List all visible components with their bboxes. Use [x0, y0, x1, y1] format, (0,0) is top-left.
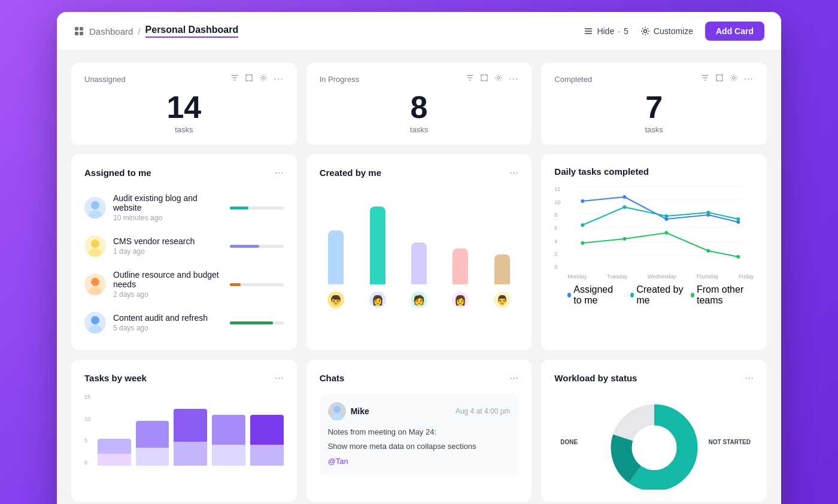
week-bar-3 [212, 394, 245, 466]
y-label-4: 4 [554, 238, 560, 244]
created-menu-button[interactable]: ··· [509, 166, 518, 179]
avatar-0: 👦 [326, 290, 345, 309]
breadcrumb-current: Personal Dashboard [145, 25, 239, 38]
bar-4 [494, 254, 510, 284]
task-avatar-0 [84, 197, 106, 218]
bar-col-1: 👩 [361, 207, 394, 309]
svg-point-39 [707, 249, 711, 253]
chat-line1: Notes from meeting on May 24: [328, 426, 511, 438]
completed-card: Completed ··· 7 ta [541, 63, 767, 145]
chat-user: Mike [328, 402, 369, 420]
assigned-menu-button[interactable]: ··· [275, 166, 284, 179]
x-thu: Thursday [696, 274, 719, 280]
unassigned-sublabel: tasks [84, 125, 284, 134]
svg-rect-0 [75, 27, 78, 31]
legend-created: Created by me [630, 284, 684, 306]
task-avatar-1 [84, 235, 106, 257]
svg-point-38 [665, 231, 669, 235]
donut-chart-container: DONE NOT STARTED [554, 394, 754, 490]
task-bar-2 [230, 283, 284, 286]
y-axis: 11 10 8 6 4 2 0 [554, 186, 560, 270]
svg-point-12 [89, 210, 102, 218]
daily-tasks-card: Daily tasks completed 11 10 8 6 4 2 0 [541, 154, 767, 350]
task-info-2: Outline resource and budget needs 2 days… [113, 270, 223, 299]
add-card-label: Add Card [716, 26, 754, 36]
completed-sublabel: tasks [554, 125, 754, 134]
legend-other: From other teams [691, 284, 754, 306]
workload-menu-button[interactable]: ··· [745, 372, 754, 384]
y-label-10: 10 [554, 199, 560, 205]
gear-icon-2[interactable] [494, 74, 503, 84]
header-actions: Hide · 5 Customize Add Card [584, 22, 764, 41]
svg-point-16 [89, 287, 102, 295]
svg-rect-1 [80, 27, 83, 31]
chat-mention-container: @Tan [328, 456, 511, 467]
svg-point-41 [333, 406, 341, 413]
svg-point-15 [91, 278, 99, 286]
svg-point-37 [623, 237, 627, 241]
expand-icon-3[interactable] [715, 74, 724, 84]
add-card-button[interactable]: Add Card [705, 22, 764, 41]
svg-point-34 [707, 211, 711, 214]
avatar-4: 👨 [493, 290, 512, 309]
filter-icon-2[interactable] [466, 74, 474, 84]
legend-dot-other [691, 293, 694, 297]
bar-chart: 👦 👩 🧑 👩 [320, 189, 519, 314]
task-list: Audit existing blog and website 10 minut… [84, 189, 284, 338]
assigned-to-me-card: Assigned to me ··· Audit existing blog a… [71, 154, 297, 350]
week-bar-0 [98, 394, 131, 466]
task-item: Audit existing blog and website 10 minut… [84, 189, 284, 227]
svg-point-32 [623, 205, 627, 209]
svg-point-7 [643, 30, 646, 33]
bottom-row: Tasks by week ··· 15 10 5 0 [71, 360, 767, 502]
assigned-title: Assigned to me [84, 168, 151, 178]
gear-icon-3[interactable] [730, 74, 738, 84]
legend-dot-created [630, 293, 634, 297]
customize-button[interactable]: Customize [640, 26, 693, 36]
avatar-3: 👩 [451, 290, 470, 309]
hide-sep: · [618, 26, 620, 36]
dashboard-icon [74, 26, 84, 37]
in-progress-icons: ··· [466, 74, 518, 84]
bar-2 [411, 242, 427, 284]
legend-label-created: Created by me [636, 284, 684, 306]
gear-icon[interactable] [259, 74, 268, 84]
chat-avatar [328, 402, 346, 420]
svg-point-11 [91, 201, 99, 210]
filter-icon-3[interactable] [701, 74, 709, 84]
week-bar-stack-1 [136, 421, 169, 466]
week-menu-button[interactable]: ··· [275, 372, 284, 384]
completed-icons: ··· [701, 74, 754, 84]
svg-rect-2 [75, 32, 78, 35]
filter-icon[interactable] [230, 74, 239, 84]
chats-card: Chats ··· Mike Aug 4 at 4:00 pm [306, 360, 532, 502]
chat-mention[interactable]: @Tan [328, 457, 348, 466]
svg-point-10 [733, 77, 735, 79]
y-label-6: 6 [554, 225, 560, 231]
svg-rect-3 [80, 32, 83, 35]
expand-icon[interactable] [245, 74, 253, 84]
not-started-label: NOT STARTED [709, 439, 751, 445]
chats-menu-button[interactable]: ··· [509, 372, 518, 384]
x-wed: Wednesday [648, 274, 676, 280]
more-icon-3[interactable]: ··· [744, 74, 754, 84]
week-bar-2 [174, 394, 207, 466]
main-container: Dashboard / Personal Dashboard Hide · 5 [57, 12, 781, 504]
bar-3 [453, 248, 468, 284]
donut-svg [594, 394, 714, 490]
week-bar-stack-2 [174, 409, 207, 466]
bar-col-2: 🧑 [402, 242, 435, 309]
expand-icon-2[interactable] [480, 74, 488, 84]
unassigned-card: Unassigned ··· 14 [71, 63, 297, 145]
created-title: Created by me [320, 168, 381, 178]
more-icon[interactable]: ··· [274, 74, 283, 84]
content: Unassigned ··· 14 [57, 51, 781, 504]
completed-label: Completed [554, 75, 592, 84]
week-bar-stack-3 [212, 415, 245, 466]
completed-number: 7 [554, 92, 754, 123]
more-icon-2[interactable]: ··· [509, 74, 518, 84]
task-time-2: 2 days ago [113, 290, 223, 299]
y-label-11: 11 [554, 186, 560, 192]
hide-button[interactable]: Hide · 5 [584, 26, 628, 36]
svg-point-9 [497, 77, 500, 79]
